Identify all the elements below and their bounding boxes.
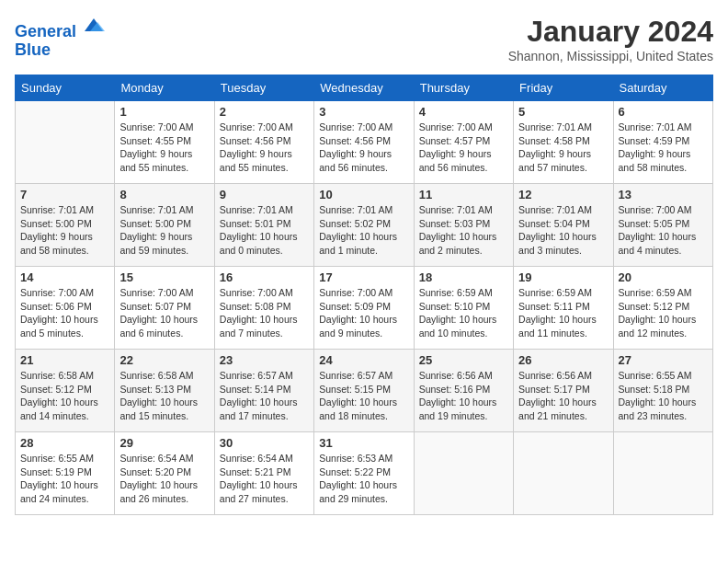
calendar-table: SundayMondayTuesdayWednesdayThursdayFrid…	[15, 75, 713, 515]
calendar-subtitle: Shannon, Mississippi, United States	[508, 49, 713, 63]
day-info: Sunrise: 7:00 AM Sunset: 5:09 PM Dayligh…	[319, 286, 408, 340]
calendar-week-row: 14Sunrise: 7:00 AM Sunset: 5:06 PM Dayli…	[16, 267, 713, 350]
day-info: Sunrise: 7:01 AM Sunset: 5:00 PM Dayligh…	[119, 203, 209, 258]
day-number: 5	[518, 105, 608, 119]
day-info: Sunrise: 7:00 AM Sunset: 5:05 PM Dayligh…	[619, 203, 708, 258]
day-number: 20	[619, 270, 708, 284]
day-info: Sunrise: 6:55 AM Sunset: 5:19 PM Dayligh…	[20, 452, 109, 506]
calendar-cell: 9Sunrise: 7:01 AM Sunset: 5:01 PM Daylig…	[214, 184, 313, 267]
day-number: 26	[518, 353, 608, 367]
day-number: 6	[619, 105, 708, 119]
calendar-cell: 21Sunrise: 6:58 AM Sunset: 5:12 PM Dayli…	[16, 350, 115, 432]
day-info: Sunrise: 7:01 AM Sunset: 5:00 PM Dayligh…	[20, 203, 109, 258]
calendar-cell: 22Sunrise: 6:58 AM Sunset: 5:13 PM Dayli…	[115, 350, 214, 432]
calendar-cell: 10Sunrise: 7:01 AM Sunset: 5:02 PM Dayli…	[314, 184, 414, 267]
day-info: Sunrise: 7:01 AM Sunset: 4:59 PM Dayligh…	[619, 121, 708, 175]
day-info: Sunrise: 6:58 AM Sunset: 5:12 PM Dayligh…	[20, 369, 109, 423]
calendar-cell: 28Sunrise: 6:55 AM Sunset: 5:19 PM Dayli…	[16, 432, 115, 515]
header-friday: Friday	[514, 75, 613, 101]
day-info: Sunrise: 6:56 AM Sunset: 5:17 PM Dayligh…	[518, 369, 608, 423]
day-number: 17	[319, 270, 408, 284]
header-saturday: Saturday	[613, 75, 712, 101]
day-number: 24	[319, 353, 408, 367]
day-number: 12	[518, 188, 608, 201]
calendar-cell: 27Sunrise: 6:55 AM Sunset: 5:18 PM Dayli…	[613, 350, 712, 432]
day-info: Sunrise: 6:59 AM Sunset: 5:11 PM Dayligh…	[518, 286, 608, 340]
calendar-cell: 25Sunrise: 6:56 AM Sunset: 5:16 PM Dayli…	[414, 350, 513, 432]
day-number: 29	[119, 436, 209, 450]
calendar-cell: 20Sunrise: 6:59 AM Sunset: 5:12 PM Dayli…	[613, 267, 712, 350]
day-info: Sunrise: 7:01 AM Sunset: 5:02 PM Dayligh…	[319, 203, 408, 258]
day-number: 3	[319, 105, 408, 119]
day-number: 21	[20, 353, 109, 367]
day-number: 16	[220, 270, 309, 284]
day-number: 28	[20, 436, 109, 450]
calendar-cell: 2Sunrise: 7:00 AM Sunset: 4:56 PM Daylig…	[214, 101, 313, 184]
calendar-cell: 3Sunrise: 7:00 AM Sunset: 4:56 PM Daylig…	[314, 101, 414, 184]
calendar-cell: 13Sunrise: 7:00 AM Sunset: 5:05 PM Dayli…	[613, 184, 712, 267]
day-number: 11	[419, 188, 508, 201]
calendar-cell: 23Sunrise: 6:57 AM Sunset: 5:14 PM Dayli…	[214, 350, 313, 432]
day-info: Sunrise: 6:57 AM Sunset: 5:15 PM Dayligh…	[319, 369, 408, 423]
day-number: 18	[419, 270, 508, 284]
day-number: 13	[619, 188, 708, 201]
calendar-cell	[414, 432, 513, 515]
calendar-week-row: 7Sunrise: 7:01 AM Sunset: 5:00 PM Daylig…	[16, 184, 713, 267]
calendar-cell: 29Sunrise: 6:54 AM Sunset: 5:20 PM Dayli…	[115, 432, 214, 515]
calendar-cell: 14Sunrise: 7:00 AM Sunset: 5:06 PM Dayli…	[16, 267, 115, 350]
day-number: 7	[20, 188, 109, 201]
calendar-week-row: 21Sunrise: 6:58 AM Sunset: 5:12 PM Dayli…	[16, 350, 713, 432]
calendar-cell: 4Sunrise: 7:00 AM Sunset: 4:57 PM Daylig…	[414, 101, 513, 184]
calendar-cell: 24Sunrise: 6:57 AM Sunset: 5:15 PM Dayli…	[314, 350, 414, 432]
logo-icon	[83, 15, 105, 37]
day-info: Sunrise: 7:00 AM Sunset: 4:55 PM Dayligh…	[119, 121, 209, 175]
title-area: January 2024 Shannon, Mississippi, Unite…	[508, 15, 713, 63]
day-info: Sunrise: 7:00 AM Sunset: 5:08 PM Dayligh…	[220, 286, 309, 340]
header-wednesday: Wednesday	[314, 75, 414, 101]
calendar-cell: 19Sunrise: 6:59 AM Sunset: 5:11 PM Dayli…	[514, 267, 613, 350]
day-info: Sunrise: 7:01 AM Sunset: 5:04 PM Dayligh…	[518, 203, 608, 258]
day-number: 27	[619, 353, 708, 367]
logo-text: General	[15, 15, 105, 41]
calendar-cell: 26Sunrise: 6:56 AM Sunset: 5:17 PM Dayli…	[514, 350, 613, 432]
logo: General Blue	[15, 15, 105, 60]
day-number: 9	[220, 188, 309, 201]
day-info: Sunrise: 6:58 AM Sunset: 5:13 PM Dayligh…	[119, 369, 209, 423]
day-info: Sunrise: 6:59 AM Sunset: 5:10 PM Dayligh…	[419, 286, 508, 340]
day-number: 25	[419, 353, 508, 367]
day-info: Sunrise: 7:00 AM Sunset: 5:06 PM Dayligh…	[20, 286, 109, 340]
logo-general: General	[15, 22, 76, 40]
day-info: Sunrise: 6:53 AM Sunset: 5:22 PM Dayligh…	[319, 452, 408, 506]
day-number: 30	[220, 436, 309, 450]
day-info: Sunrise: 6:59 AM Sunset: 5:12 PM Dayligh…	[619, 286, 708, 340]
day-info: Sunrise: 7:00 AM Sunset: 4:56 PM Dayligh…	[220, 121, 309, 175]
calendar-cell	[514, 432, 613, 515]
calendar-cell: 8Sunrise: 7:01 AM Sunset: 5:00 PM Daylig…	[115, 184, 214, 267]
calendar-cell: 11Sunrise: 7:01 AM Sunset: 5:03 PM Dayli…	[414, 184, 513, 267]
calendar-title: January 2024	[508, 15, 713, 49]
day-info: Sunrise: 7:01 AM Sunset: 4:58 PM Dayligh…	[518, 121, 608, 175]
day-number: 23	[220, 353, 309, 367]
calendar-cell: 6Sunrise: 7:01 AM Sunset: 4:59 PM Daylig…	[613, 101, 712, 184]
day-number: 2	[220, 105, 309, 119]
calendar-body: 1Sunrise: 7:00 AM Sunset: 4:55 PM Daylig…	[16, 101, 713, 515]
day-number: 31	[319, 436, 408, 450]
day-info: Sunrise: 7:01 AM Sunset: 5:01 PM Dayligh…	[220, 203, 309, 258]
day-number: 4	[419, 105, 508, 119]
day-info: Sunrise: 7:00 AM Sunset: 5:07 PM Dayligh…	[119, 286, 209, 340]
day-number: 14	[20, 270, 109, 284]
day-info: Sunrise: 6:55 AM Sunset: 5:18 PM Dayligh…	[619, 369, 708, 423]
calendar-cell: 31Sunrise: 6:53 AM Sunset: 5:22 PM Dayli…	[314, 432, 414, 515]
day-number: 15	[119, 270, 209, 284]
calendar-cell: 15Sunrise: 7:00 AM Sunset: 5:07 PM Dayli…	[115, 267, 214, 350]
day-info: Sunrise: 6:56 AM Sunset: 5:16 PM Dayligh…	[419, 369, 508, 423]
calendar-week-row: 1Sunrise: 7:00 AM Sunset: 4:55 PM Daylig…	[16, 101, 713, 184]
day-info: Sunrise: 7:01 AM Sunset: 5:03 PM Dayligh…	[419, 203, 508, 258]
calendar-week-row: 28Sunrise: 6:55 AM Sunset: 5:19 PM Dayli…	[16, 432, 713, 515]
calendar-cell: 5Sunrise: 7:01 AM Sunset: 4:58 PM Daylig…	[514, 101, 613, 184]
calendar-cell: 7Sunrise: 7:01 AM Sunset: 5:00 PM Daylig…	[16, 184, 115, 267]
day-number: 1	[119, 105, 209, 119]
calendar-cell: 17Sunrise: 7:00 AM Sunset: 5:09 PM Dayli…	[314, 267, 414, 350]
header-sunday: Sunday	[16, 75, 115, 101]
calendar-cell: 12Sunrise: 7:01 AM Sunset: 5:04 PM Dayli…	[514, 184, 613, 267]
